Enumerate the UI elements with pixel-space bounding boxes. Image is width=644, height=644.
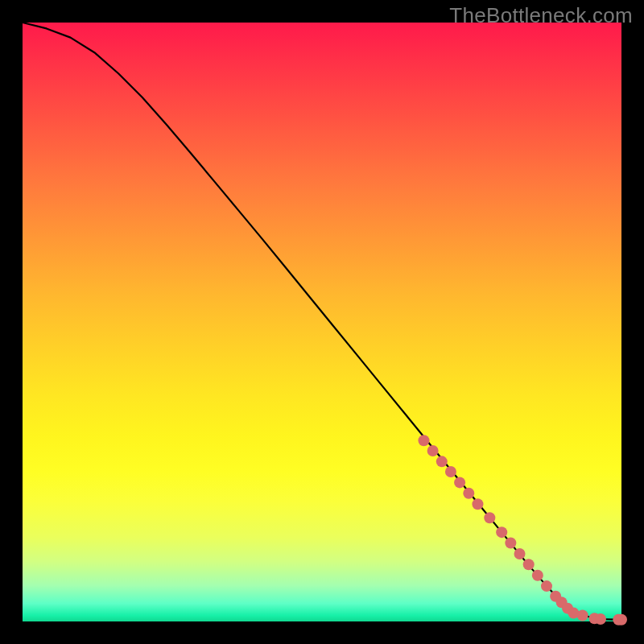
marker-group <box>418 435 627 625</box>
marker-dot <box>532 570 543 581</box>
chart-svg <box>23 23 621 621</box>
marker-dot <box>595 613 606 625</box>
curve-line <box>23 23 621 620</box>
marker-dot <box>514 548 526 559</box>
marker-dot <box>496 526 507 538</box>
marker-dot <box>541 580 552 592</box>
marker-dot <box>418 435 429 446</box>
watermark-label: TheBottleneck.com <box>449 3 633 28</box>
marker-dot <box>577 610 588 621</box>
marker-dot <box>454 477 465 488</box>
marker-dot <box>463 488 474 499</box>
marker-dot <box>472 498 483 510</box>
marker-dot <box>523 559 535 570</box>
marker-dot <box>616 614 627 625</box>
marker-dot <box>427 445 439 456</box>
plot-area <box>23 23 621 621</box>
marker-dot <box>436 456 448 467</box>
marker-dot <box>445 466 456 477</box>
marker-dot <box>484 512 495 523</box>
marker-dot <box>505 538 516 549</box>
chart-frame: TheBottleneck.com <box>0 0 644 644</box>
